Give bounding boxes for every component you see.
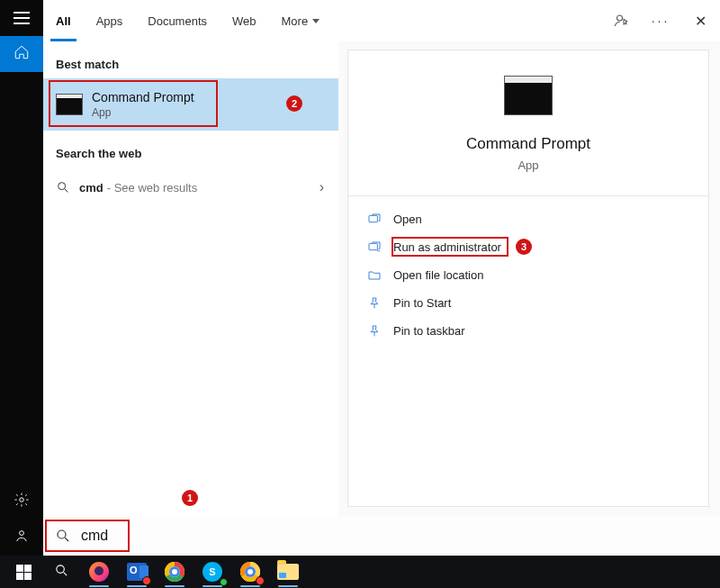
feedback-icon xyxy=(613,13,629,29)
best-match-label: Best match xyxy=(43,41,338,78)
hamburger-button[interactable] xyxy=(0,0,43,36)
action-open[interactable]: Open xyxy=(348,205,708,233)
action-pin-start-label: Pin to Start xyxy=(393,296,451,310)
taskbar-search-button[interactable] xyxy=(43,556,79,588)
best-match-title: Command Prompt xyxy=(92,90,194,104)
gear-icon xyxy=(14,492,30,511)
open-icon xyxy=(366,212,382,228)
svg-point-6 xyxy=(377,249,379,251)
command-prompt-icon xyxy=(56,94,83,115)
hamburger-icon xyxy=(14,12,30,24)
search-tabs: All Apps Documents Web More ··· ✕ xyxy=(43,0,720,41)
folder-icon xyxy=(366,267,382,284)
file-explorer-icon xyxy=(277,564,299,580)
notification-badge xyxy=(256,576,265,585)
tab-more-label: More xyxy=(282,14,309,28)
taskbar xyxy=(0,556,720,588)
search-icon xyxy=(45,528,81,544)
results-column: Best match Command Prompt App 2 Search t… xyxy=(43,41,338,516)
taskbar-chrome[interactable] xyxy=(157,556,193,588)
taskbar-skype[interactable] xyxy=(194,556,230,588)
search-web-label: Search the web xyxy=(43,131,338,167)
svg-point-2 xyxy=(617,15,623,21)
svg-rect-5 xyxy=(369,243,377,249)
detail-hero: Command Prompt App xyxy=(348,50,708,188)
action-pin-taskbar-label: Pin to taskbar xyxy=(393,324,465,338)
pin-icon xyxy=(366,323,382,339)
search-panel: All Apps Documents Web More ··· ✕ Best m… xyxy=(43,0,720,516)
svg-point-9 xyxy=(56,565,64,573)
settings-button[interactable] xyxy=(0,484,43,520)
taskbar-explorer[interactable] xyxy=(270,556,306,588)
action-pin-to-taskbar[interactable]: Pin to taskbar xyxy=(348,317,708,345)
tab-more[interactable]: More xyxy=(269,0,333,41)
action-pin-to-start[interactable]: Pin to Start xyxy=(348,289,708,317)
best-match-subtitle: App xyxy=(92,106,194,119)
home-icon xyxy=(14,44,30,64)
tab-documents[interactable]: Documents xyxy=(135,0,220,41)
search-icon xyxy=(54,563,69,582)
web-result-row[interactable]: cmd - See web results › xyxy=(43,167,338,207)
separator xyxy=(348,195,708,196)
command-prompt-icon xyxy=(504,76,553,115)
web-result-hint: - See web results xyxy=(107,181,197,194)
windows-icon xyxy=(16,565,32,580)
annotation-badge-3: 3 xyxy=(516,239,532,255)
svg-point-0 xyxy=(20,498,24,502)
taskbar-firefox[interactable] xyxy=(81,556,117,588)
svg-point-7 xyxy=(379,250,380,251)
detail-pane: Command Prompt App Open Run as administr… xyxy=(347,50,709,507)
tab-web[interactable]: Web xyxy=(220,0,269,41)
account-button[interactable] xyxy=(0,520,43,556)
pin-icon xyxy=(366,295,382,312)
dots-icon: ··· xyxy=(652,14,670,28)
action-run-admin-label: Run as administrator xyxy=(393,240,501,254)
close-button[interactable]: ✕ xyxy=(680,0,720,41)
status-dot xyxy=(220,578,228,586)
search-input[interactable] xyxy=(81,528,315,544)
chevron-right-icon: › xyxy=(320,179,324,195)
svg-rect-4 xyxy=(369,215,377,222)
action-open-location-label: Open file location xyxy=(393,268,483,282)
close-icon: ✕ xyxy=(695,13,706,30)
svg-point-1 xyxy=(20,531,24,536)
web-result-query: cmd xyxy=(79,181,104,194)
tab-all[interactable]: All xyxy=(43,0,84,41)
feedback-button[interactable] xyxy=(601,0,641,41)
svg-point-3 xyxy=(58,183,66,190)
home-button[interactable] xyxy=(0,36,43,72)
detail-subtitle: App xyxy=(518,158,538,172)
taskbar-outlook[interactable] xyxy=(119,556,155,588)
search-icon xyxy=(56,180,70,194)
tab-apps[interactable]: Apps xyxy=(84,0,136,41)
user-icon xyxy=(14,528,30,547)
admin-icon xyxy=(366,240,382,256)
svg-point-8 xyxy=(58,530,66,538)
more-options-button[interactable]: ··· xyxy=(641,0,680,41)
action-list: Open Run as administrator 3 Open file lo… xyxy=(348,202,708,348)
best-match-text: Command Prompt App xyxy=(92,90,194,119)
taskbar-chrome-canary[interactable] xyxy=(232,556,268,588)
best-match-result[interactable]: Command Prompt App 2 xyxy=(43,78,338,131)
notification-badge xyxy=(142,576,151,585)
action-open-label: Open xyxy=(393,213,422,226)
chrome-icon xyxy=(165,562,184,582)
chevron-down-icon xyxy=(312,19,320,23)
firefox-icon xyxy=(89,562,109,582)
annotation-badge-1: 1 xyxy=(182,490,198,506)
action-run-as-admin[interactable]: Run as administrator 3 xyxy=(348,233,708,261)
search-row xyxy=(43,516,720,556)
skype-icon xyxy=(202,562,222,582)
action-open-file-location[interactable]: Open file location xyxy=(348,261,708,289)
start-button[interactable] xyxy=(5,556,41,588)
detail-title: Command Prompt xyxy=(466,135,590,153)
start-rail xyxy=(0,0,43,556)
annotation-badge-2: 2 xyxy=(286,95,302,112)
search-box[interactable] xyxy=(45,518,337,554)
